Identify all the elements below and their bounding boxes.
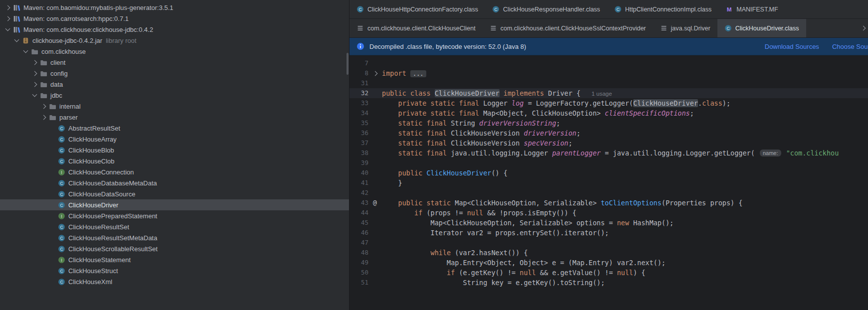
editor-tab[interactable]: CClickHouseDriver.class bbox=[717, 19, 806, 37]
editor-tab[interactable]: CClickHouseHttpConnectionFactory.class bbox=[349, 0, 485, 18]
tree-item[interactable]: clickhouse-jdbc-0.4.2.jarlibrary root bbox=[0, 35, 349, 46]
line-number: 36 bbox=[349, 128, 368, 138]
tree-item-label: Maven: com.clickhouse:clickhouse-jdbc:0.… bbox=[23, 26, 153, 33]
tree-item-label: jdbc bbox=[50, 92, 62, 99]
editor-tab-row-1: CClickHouseHttpConnectionFactory.classCC… bbox=[349, 0, 868, 19]
code-token: public class bbox=[382, 89, 435, 97]
fold-expand-icon[interactable] bbox=[368, 72, 381, 75]
code-token: String bbox=[451, 119, 479, 127]
editor-tab-label: HttpClientConnectionImpl.class bbox=[625, 6, 712, 13]
tree-item[interactable]: CClickHouseScrollableResultSet bbox=[0, 243, 349, 254]
editor-tab[interactable]: CHttpClientConnectionImpl.class bbox=[607, 0, 719, 18]
code-line-text: String key = e.getKey().toString(); bbox=[381, 278, 605, 288]
tree-item[interactable]: CClickHouseBlob bbox=[0, 145, 349, 155]
svg-text:C: C bbox=[616, 7, 619, 12]
banner-links: Download SourcesChoose Sources bbox=[765, 43, 868, 50]
chevron-right-icon[interactable] bbox=[3, 6, 12, 9]
code-token: (e.getKey() != bbox=[455, 269, 520, 277]
svg-text:C: C bbox=[60, 235, 63, 240]
code-token bbox=[500, 89, 504, 97]
tab-overflow-chevron-icon[interactable] bbox=[862, 19, 865, 37]
tree-item[interactable]: data bbox=[0, 79, 349, 90]
tree-item[interactable]: CClickHouseClob bbox=[0, 155, 349, 166]
svg-text:I: I bbox=[61, 213, 62, 218]
svg-text:C: C bbox=[60, 246, 63, 251]
folded-imports-region: ... bbox=[410, 70, 426, 77]
code-token bbox=[382, 129, 398, 137]
tree-item[interactable]: config bbox=[0, 68, 349, 79]
code-line: 42 bbox=[349, 188, 868, 198]
code-token: clientSpecificOptions bbox=[605, 109, 690, 117]
chevron-right-icon[interactable] bbox=[30, 61, 39, 64]
code-token: ClickHouseDriver bbox=[426, 169, 491, 177]
download-sources-link[interactable]: Download Sources bbox=[765, 43, 819, 50]
tree-item[interactable]: CAbstractResultSet bbox=[0, 123, 349, 134]
tree-item[interactable]: CClickHouseDataSource bbox=[0, 188, 349, 199]
tree-item[interactable]: IClickHousePreparedStatement bbox=[0, 210, 349, 221]
code-token: ; bbox=[556, 119, 560, 127]
tree-item[interactable]: CClickHouseDatabaseMetaData bbox=[0, 177, 349, 188]
tree-item[interactable]: CClickHouseResultSetMetaData bbox=[0, 232, 349, 243]
tree-item-label: ClickHouseConnection bbox=[68, 168, 134, 176]
line-number: 47 bbox=[349, 238, 368, 248]
tree-item[interactable]: internal bbox=[0, 101, 349, 112]
code-token bbox=[382, 99, 398, 107]
svg-text:C: C bbox=[358, 7, 361, 12]
code-line-text: static final java.util.logging.Logger pa… bbox=[381, 148, 839, 158]
class-icon: C bbox=[724, 24, 732, 32]
editor-pane: CClickHouseHttpConnectionFactory.classCC… bbox=[349, 0, 868, 310]
tree-item-label: data bbox=[50, 81, 63, 88]
tree-item[interactable]: Maven: com.clickhouse:clickhouse-jdbc:0.… bbox=[0, 24, 349, 35]
code-line-text: if (e.getKey() != null && e.getValue() !… bbox=[381, 268, 645, 278]
svg-text:C: C bbox=[60, 158, 63, 163]
tree-item[interactable]: CClickHouseResultSet bbox=[0, 221, 349, 232]
editor-tab[interactable]: com.clickhouse.client.ClickHouseClient bbox=[349, 19, 483, 37]
chevron-right-icon[interactable] bbox=[3, 17, 12, 20]
tree-item[interactable]: Maven: com.baomidou:mybatis-plus-generat… bbox=[0, 2, 349, 13]
tree-item[interactable]: CClickHouseDriver bbox=[0, 199, 349, 210]
project-tree-scrollbar[interactable] bbox=[347, 53, 348, 75]
chevron-down-icon[interactable] bbox=[12, 39, 21, 41]
line-number: 48 bbox=[349, 248, 368, 258]
line-number: 35 bbox=[349, 118, 368, 128]
chevron-right-icon[interactable] bbox=[39, 105, 48, 108]
class-icon: C bbox=[57, 147, 66, 154]
line-number: 34 bbox=[349, 108, 368, 118]
editor-tab[interactable]: java.sql.Driver bbox=[653, 19, 717, 37]
code-line-text: Map<ClickHouseOption, Serializable> opti… bbox=[381, 218, 674, 228]
code-editor[interactable]: 78import ...3132public class ClickHouseD… bbox=[349, 55, 868, 310]
tree-item[interactable]: Maven: com.carrotsearch:hppc:0.7.1 bbox=[0, 13, 349, 24]
code-line: 8import ... bbox=[349, 68, 868, 78]
tree-item[interactable]: IClickHouseStatement bbox=[0, 254, 349, 265]
tree-item[interactable]: CClickHouseArray bbox=[0, 134, 349, 145]
chevron-down-icon[interactable] bbox=[30, 94, 39, 96]
chevron-down-icon[interactable] bbox=[3, 28, 12, 30]
tree-item[interactable]: com.clickhouse bbox=[0, 46, 349, 57]
choose-sources-link[interactable]: Choose Sources bbox=[832, 43, 868, 50]
editor-tab[interactable]: MMANIFEST.MF bbox=[718, 0, 785, 18]
class-icon: C bbox=[57, 190, 66, 198]
chevron-right-icon[interactable] bbox=[39, 116, 48, 119]
line-number: 7 bbox=[349, 58, 368, 68]
code-line-text: if (props != null && !props.isEmpty()) { bbox=[381, 208, 576, 218]
tree-item[interactable]: parser bbox=[0, 112, 349, 123]
tree-item[interactable]: client bbox=[0, 57, 349, 68]
code-token bbox=[382, 169, 398, 177]
chevron-right-icon[interactable] bbox=[30, 72, 39, 75]
tree-item[interactable]: IClickHouseConnection bbox=[0, 166, 349, 177]
svg-text:M: M bbox=[727, 6, 732, 12]
tree-item[interactable]: CClickHouseStruct bbox=[0, 265, 349, 276]
line-number: 44 bbox=[349, 208, 368, 218]
code-token: ClickHouseDriver bbox=[633, 99, 698, 107]
code-token: implements bbox=[504, 89, 544, 97]
tree-item-label: ClickHouseStatement bbox=[68, 256, 131, 264]
editor-tab[interactable]: com.clickhouse.client.ClickHouseSslConte… bbox=[483, 19, 653, 37]
tree-item-label: com.clickhouse bbox=[41, 48, 86, 55]
class-icon: C bbox=[57, 267, 66, 275]
chevron-down-icon[interactable] bbox=[21, 50, 30, 52]
tree-item[interactable]: CClickHouseXml bbox=[0, 276, 349, 287]
tree-item[interactable]: jdbc bbox=[0, 90, 349, 101]
chevron-right-icon[interactable] bbox=[30, 83, 39, 86]
code-token: null bbox=[617, 269, 633, 277]
editor-tab[interactable]: CClickHouseResponseHandler.class bbox=[485, 0, 607, 18]
